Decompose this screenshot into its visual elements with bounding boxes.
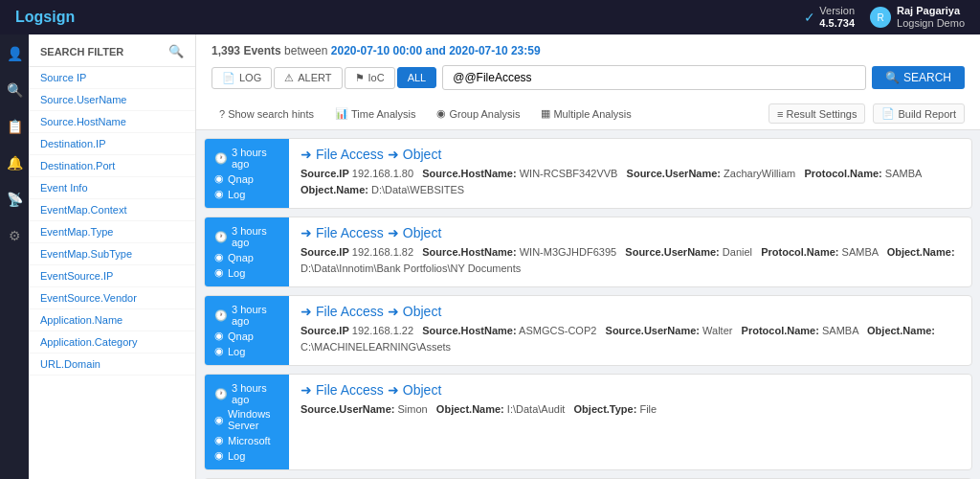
- card-left-4: 🕐 3 hours ago ◉ Windows Server ◉ Microso…: [205, 375, 289, 469]
- multiple-analysis-btn[interactable]: ▦ Multiple Analysis: [533, 104, 638, 123]
- card-left-2: 🕐 3 hours ago ◉ Qnap ◉ Log: [205, 217, 289, 286]
- group-analysis-btn[interactable]: ◉ Group Analysis: [429, 104, 527, 123]
- filter-item-eventmap-type[interactable]: EventMap.Type: [29, 221, 195, 243]
- build-report-label: Build Report: [898, 108, 956, 120]
- filter-item-eventsource-ip[interactable]: EventSource.IP: [29, 265, 195, 287]
- avatar: R: [870, 7, 891, 28]
- multiple-analysis-icon: ▦: [541, 107, 550, 120]
- time-analysis-icon: 📊: [335, 107, 348, 120]
- card-detail-4: Source.UserName: Simon Object.Name: I:\D…: [301, 401, 960, 418]
- alert-icon: ⚠: [284, 72, 294, 84]
- tag-icon-4c: ◉: [214, 449, 224, 462]
- logo: Logsign: [15, 9, 75, 26]
- card-title-3[interactable]: ➜ File Access ➜ Object: [301, 304, 960, 319]
- filter-item-application-category[interactable]: Application.Category: [29, 331, 195, 354]
- hints-label: Show search hints: [228, 108, 314, 120]
- card-tag-qnap-3: ◉ Qnap: [214, 330, 279, 342]
- tab-log-label: LOG: [239, 72, 261, 83]
- tab-all-label: ALL: [408, 72, 427, 83]
- table-row: 🕐 3 hours ago ◉ Qnap ◉ Log ➜ Fi: [204, 217, 972, 287]
- check-icon: ✓: [804, 10, 815, 25]
- log-icon: 📄: [222, 72, 235, 84]
- filter-item-source-username[interactable]: Source.UserName: [29, 89, 195, 111]
- card-title-4[interactable]: ➜ File Access ➜ Object: [301, 382, 960, 398]
- user-subtitle: Logsign Demo: [897, 17, 965, 30]
- card-title-1[interactable]: ➜ File Access ➜ Object: [301, 147, 960, 162]
- card-right-2: ➜ File Access ➜ Object Source.IP 192.168…: [289, 217, 971, 286]
- sidebar-icon-search[interactable]: 🔍: [3, 79, 26, 102]
- sidebar-icon-users[interactable]: 👤: [3, 42, 26, 65]
- clock-icon: 🕐: [214, 152, 228, 165]
- toolbar-right: ≡ Result Settings 📄 Build Report: [768, 103, 965, 124]
- arrow-icon-4b: ➜: [388, 382, 399, 398]
- filter-title: SEARCH FILTER: [40, 46, 123, 57]
- result-settings-icon: ≡: [777, 108, 783, 120]
- hints-icon: ?: [219, 108, 225, 120]
- multiple-analysis-label: Multiple Analysis: [553, 108, 631, 120]
- date-between: between: [284, 44, 331, 57]
- filter-item-dest-ip[interactable]: Destination.IP: [29, 133, 195, 155]
- tab-log[interactable]: 📄 LOG: [212, 67, 272, 89]
- build-report-btn[interactable]: 📄 Build Report: [873, 103, 965, 124]
- show-search-hints-btn[interactable]: ? Show search hints: [212, 104, 322, 123]
- search-summary: 1,393 Events between 2020-07-10 00:00 an…: [212, 44, 965, 57]
- toolbar-row: ? Show search hints 📊 Time Analysis ◉ Gr…: [212, 98, 965, 129]
- sidebar-icon-signal[interactable]: 📡: [3, 188, 26, 211]
- result-settings-btn[interactable]: ≡ Result Settings: [768, 103, 865, 124]
- tab-alert[interactable]: ⚠ ALERT: [274, 67, 342, 89]
- tab-alert-label: ALERT: [298, 72, 331, 83]
- search-button[interactable]: 🔍 SEARCH: [872, 66, 965, 89]
- tag-icon-3a: ◉: [214, 330, 224, 342]
- sidebar-icon-bell[interactable]: 🔔: [3, 151, 26, 174]
- results-area: 🕐 3 hours ago ◉ Qnap ◉ Log ➜ Fi: [196, 130, 980, 479]
- arrow-icon-3a: ➜: [301, 304, 312, 319]
- filter-item-source-ip[interactable]: Source IP: [29, 67, 195, 89]
- filter-item-application-name[interactable]: Application.Name: [29, 309, 195, 331]
- arrow-icon-4a: ➜: [301, 382, 312, 398]
- arrow-icon-1b: ➜: [388, 147, 399, 162]
- tag-icon-4b: ◉: [214, 434, 224, 446]
- title-prefix-3: File Access: [316, 304, 384, 319]
- tab-ioc-label: IoC: [368, 72, 385, 83]
- arrow-icon-3b: ➜: [388, 304, 399, 319]
- sidebar-icon-list[interactable]: 📋: [3, 115, 26, 138]
- time-analysis-btn[interactable]: 📊 Time Analysis: [327, 104, 423, 123]
- version-number: 4.5.734: [819, 17, 855, 30]
- filter-item-url-domain[interactable]: URL.Domain: [29, 354, 195, 376]
- card-time-4: 🕐 3 hours ago: [214, 382, 279, 405]
- filter-tabs: 📄 LOG ⚠ ALERT ⚑ IoC ALL: [212, 67, 436, 89]
- clock-icon-3: 🕐: [214, 309, 228, 322]
- title-suffix-4: Object: [403, 382, 441, 398]
- events-count: 1,393: [212, 44, 240, 57]
- filter-item-eventmap-context[interactable]: EventMap.Context: [29, 199, 195, 221]
- card-tag-log-2: ◉ Log: [214, 266, 279, 279]
- filter-item-dest-port[interactable]: Destination.Port: [29, 155, 195, 177]
- arrow-icon-1a: ➜: [301, 147, 312, 162]
- title-suffix-3: Object: [403, 304, 441, 319]
- sidebar-icon-settings[interactable]: ⚙: [3, 224, 26, 247]
- card-tag-log-4: ◉ Log: [214, 449, 279, 462]
- card-tag-winserver-4: ◉ Windows Server: [214, 408, 279, 431]
- filter-item-event-info[interactable]: Event Info: [29, 177, 195, 199]
- tab-ioc[interactable]: ⚑ IoC: [345, 67, 395, 89]
- card-tag-microsoft-4: ◉ Microsoft: [214, 434, 279, 446]
- filter-item-eventsource-vendor[interactable]: EventSource.Vendor: [29, 287, 195, 309]
- search-btn-label: SEARCH: [903, 71, 951, 84]
- card-title-2[interactable]: ➜ File Access ➜ Object: [301, 225, 960, 240]
- filter-search-icon[interactable]: 🔍: [168, 44, 184, 58]
- user-info: R Raj Pagariya Logsign Demo: [870, 5, 965, 30]
- card-time-3: 🕐 3 hours ago: [214, 304, 279, 327]
- tag-icon-1b: ◉: [214, 188, 224, 200]
- card-detail-3: Source.IP 192.168.1.22 Source.HostName: …: [301, 323, 960, 354]
- main-content: 1,393 Events between 2020-07-10 00:00 an…: [196, 34, 980, 479]
- search-input[interactable]: [442, 65, 866, 90]
- filter-item-source-hostname[interactable]: Source.HostName: [29, 111, 195, 133]
- filter-header: SEARCH FILTER 🔍: [29, 34, 195, 67]
- filter-item-eventmap-subtype[interactable]: EventMap.SubType: [29, 243, 195, 265]
- tab-all[interactable]: ALL: [397, 67, 437, 88]
- tag-icon-3b: ◉: [214, 345, 224, 357]
- topnav-right: ✓ Version 4.5.734 R Raj Pagariya Logsign…: [804, 5, 965, 30]
- card-right-3: ➜ File Access ➜ Object Source.IP 192.168…: [289, 296, 971, 365]
- card-right-4: ➜ File Access ➜ Object Source.UserName: …: [289, 375, 971, 469]
- card-tag-qnap-2: ◉ Qnap: [214, 251, 279, 263]
